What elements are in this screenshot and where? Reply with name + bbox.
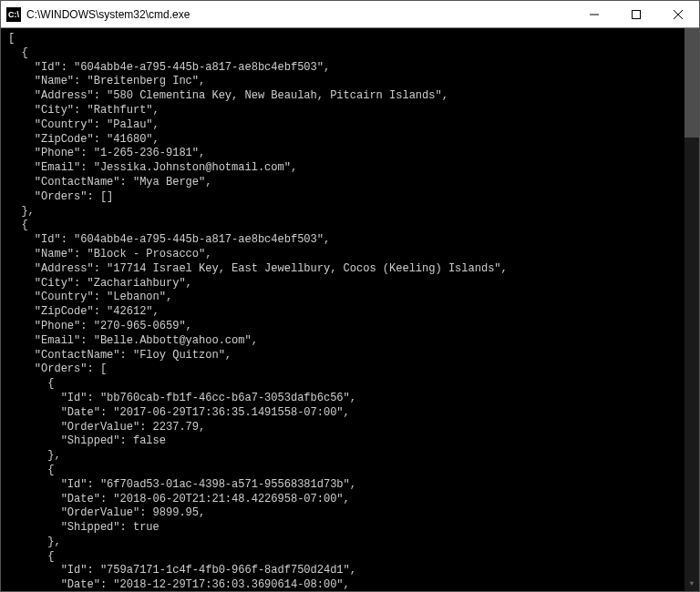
terminal-line: "City": "Rathfurt", [8, 104, 699, 118]
terminal-line: [ [8, 32, 699, 46]
terminal-line: "Country": "Lebanon", [8, 291, 699, 305]
terminal-line: { [8, 219, 699, 233]
terminal-line: { [8, 464, 699, 478]
terminal-line: "Id": "bb760cab-fb1f-46cc-b6a7-3053dafb6… [8, 392, 699, 406]
terminal-line: "Orders": [ [8, 362, 699, 377]
terminal-line: "Address": "17714 Israel Key, East Jewel… [8, 262, 699, 277]
terminal-line: "Email": "Jessika.Johnston@hotmail.com", [8, 161, 699, 176]
terminal-line: "Id": "604abb4e-a795-445b-a817-ae8bc4ebf… [8, 233, 699, 248]
terminal-line: "Date": "2018-06-20T21:21:48.4226958-07:… [8, 493, 699, 507]
terminal-line: "Id": "604abb4e-a795-445b-a817-ae8bc4ebf… [8, 61, 699, 76]
terminal-line: "Name": "Breitenberg Inc", [8, 75, 699, 89]
terminal-line: "Orders": [] [8, 190, 699, 205]
terminal-line: "Date": "2017-06-29T17:36:35.1491558-07:… [8, 406, 699, 421]
terminal-line: { [8, 377, 699, 392]
terminal-output[interactable]: [ { "Id": "604abb4e-a795-445b-a817-ae8bc… [1, 28, 699, 591]
terminal-line: "Id": "6f70ad53-01ac-4398-a571-95568381d… [8, 478, 699, 493]
terminal-line: "Phone": "270-965-0659", [8, 320, 699, 334]
terminal-line: "ZipCode": "42612", [8, 305, 699, 320]
terminal-line: "Id": "759a7171-1c4f-4fb0-966f-8adf750d2… [8, 564, 699, 578]
maximize-button[interactable] [615, 1, 657, 27]
terminal-line: "Email": "Belle.Abbott@yahoo.com", [8, 334, 699, 349]
window-title: C:\WINDOWS\system32\cmd.exe [26, 8, 573, 21]
terminal-line: }, [8, 205, 699, 219]
terminal-line: }, [8, 449, 699, 464]
close-button[interactable] [657, 1, 699, 27]
svg-rect-1 [633, 10, 641, 18]
terminal-line: "Shipped": false [8, 434, 699, 449]
terminal-line: { [8, 550, 699, 565]
terminal-line: "Phone": "1-265-236-9181", [8, 147, 699, 161]
terminal-line: }, [8, 536, 699, 550]
terminal-line: "OrderValue": 2237.79, [8, 421, 699, 435]
terminal-line: "ContactName": "Floy Quitzon", [8, 349, 699, 363]
terminal-line: { [8, 46, 699, 61]
terminal-line: "ContactName": "Mya Berge", [8, 176, 699, 190]
minimize-button[interactable] [573, 1, 615, 27]
terminal-line: "ZipCode": "41680", [8, 133, 699, 148]
scroll-thumb[interactable] [685, 28, 699, 138]
terminal-line: "City": "Zachariahbury", [8, 277, 699, 291]
terminal-line: "OrderValue": 9899.95, [8, 506, 699, 521]
scroll-down-icon[interactable]: ▼ [685, 576, 699, 591]
scrollbar-vertical[interactable]: ▲ ▼ [685, 28, 699, 591]
cmd-icon: C:\ [6, 7, 21, 22]
terminal-line: "Name": "Block - Prosacco", [8, 248, 699, 262]
terminal-line: "Shipped": true [8, 521, 699, 536]
window-titlebar[interactable]: C:\ C:\WINDOWS\system32\cmd.exe [1, 1, 699, 28]
window-controls [573, 1, 699, 27]
terminal-line: "Country": "Palau", [8, 118, 699, 133]
terminal-line: "Address": "580 Clementina Key, New Beau… [8, 89, 699, 104]
terminal-line: "Date": "2018-12-29T17:36:03.3690614-08:… [8, 578, 699, 591]
